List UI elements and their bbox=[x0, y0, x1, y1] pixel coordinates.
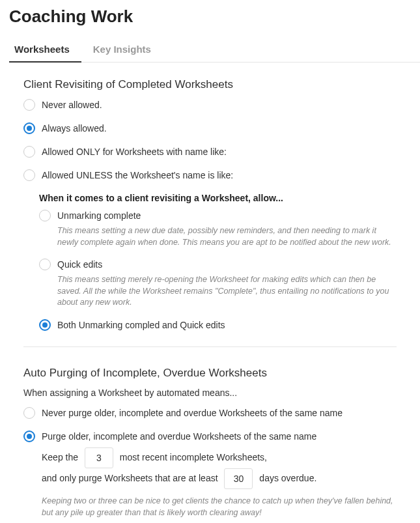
purging-subtitle: When assigning a Worksheet by automated … bbox=[23, 388, 397, 398]
option-both[interactable]: Both Unmarking compled and Quick edits bbox=[39, 319, 397, 331]
revisiting-section: Client Revisiting of Completed Worksheet… bbox=[23, 78, 397, 331]
radio-label: Both Unmarking compled and Quick edits bbox=[57, 319, 225, 331]
purging-section: Auto Purging of Incomplete, Overdue Work… bbox=[23, 367, 397, 519]
divider bbox=[23, 346, 397, 347]
help-text-quick-edits: This means setting merely re-opening the… bbox=[57, 274, 397, 309]
radio-icon bbox=[39, 259, 51, 270]
purging-help: Keeping two or three can be nice to get … bbox=[42, 496, 397, 518]
option-unmarking-complete[interactable]: Unmarking complete bbox=[39, 210, 397, 221]
radio-label: Quick edits bbox=[57, 259, 102, 270]
help-text-unmarking: This means setting a new due date, possi… bbox=[57, 225, 397, 248]
radio-label: Unmarking complete bbox=[57, 210, 141, 221]
tabs: Worksheets Key Insights bbox=[9, 38, 420, 63]
option-unless-named[interactable]: Allowed UNLESS the Worksheet's name is l… bbox=[23, 169, 397, 181]
days-prefix: and only purge Worksheets that are at le… bbox=[42, 473, 218, 483]
option-only-named[interactable]: Allowed ONLY for Worksheets with name li… bbox=[23, 146, 397, 158]
days-suffix: days overdue. bbox=[259, 473, 316, 483]
revisiting-heading: Client Revisiting of Completed Worksheet… bbox=[23, 78, 397, 91]
revisiting-sub-options: When it comes to a client revisiting a W… bbox=[39, 193, 397, 331]
option-never-purge[interactable]: Never purge older, incomplete and overdu… bbox=[23, 407, 397, 419]
radio-icon bbox=[23, 407, 35, 419]
sub-heading: When it comes to a client revisiting a W… bbox=[39, 193, 397, 203]
option-quick-edits[interactable]: Quick edits bbox=[39, 259, 397, 270]
keep-count-input[interactable] bbox=[85, 447, 113, 468]
radio-icon bbox=[23, 99, 35, 111]
days-overdue-input[interactable] bbox=[224, 468, 253, 489]
radio-icon bbox=[23, 122, 35, 134]
radio-icon bbox=[23, 169, 35, 181]
radio-label: Never allowed. bbox=[42, 99, 102, 111]
radio-label: Allowed UNLESS the Worksheet's name is l… bbox=[42, 169, 233, 181]
tab-key-insights[interactable]: Key Insights bbox=[81, 38, 163, 63]
radio-label: Never purge older, incomplete and overdu… bbox=[42, 407, 343, 419]
keep-prefix: Keep the bbox=[42, 452, 78, 462]
radio-icon bbox=[23, 431, 35, 442]
keep-suffix: most recent incomplete Worksheets, bbox=[120, 452, 267, 462]
radio-label: Allowed ONLY for Worksheets with name li… bbox=[42, 146, 227, 158]
radio-icon bbox=[39, 319, 51, 331]
tab-worksheets[interactable]: Worksheets bbox=[9, 38, 81, 63]
option-never-allowed[interactable]: Never allowed. bbox=[23, 99, 397, 111]
radio-icon bbox=[23, 146, 35, 158]
page-title: Coaching Work bbox=[9, 7, 420, 27]
option-purge[interactable]: Purge older, incomplete and overdue Work… bbox=[23, 431, 397, 442]
keep-config: Keep the most recent incomplete Workshee… bbox=[42, 447, 397, 490]
radio-icon bbox=[39, 210, 51, 221]
radio-label: Purge older, incomplete and overdue Work… bbox=[42, 431, 316, 442]
purging-heading: Auto Purging of Incomplete, Overdue Work… bbox=[23, 367, 397, 380]
option-always-allowed[interactable]: Always allowed. bbox=[23, 122, 397, 134]
radio-label: Always allowed. bbox=[42, 122, 107, 134]
